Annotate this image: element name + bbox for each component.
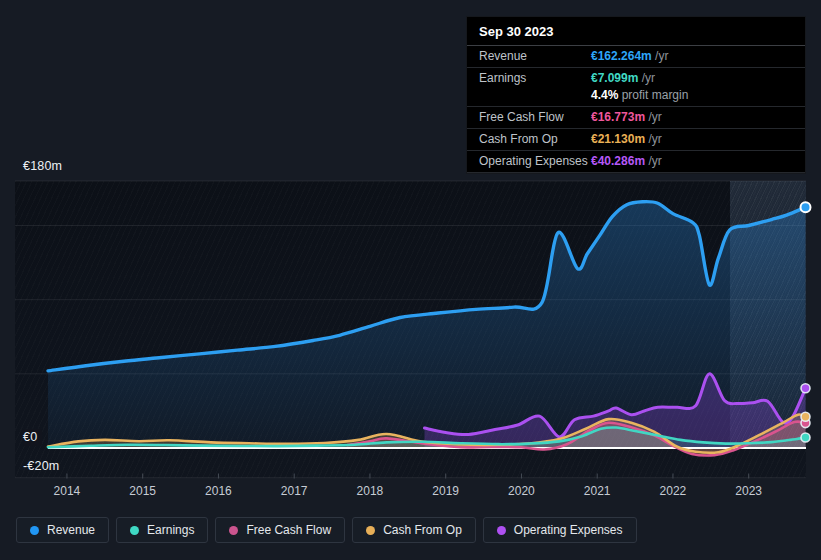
legend-item-cash-from-op[interactable]: Cash From Op (352, 517, 476, 543)
y-axis-label-min: -€20m (23, 459, 59, 473)
x-axis-label-2019: 2019 (424, 484, 468, 498)
y-axis-label-max: €180m (23, 159, 62, 173)
tooltip-row-label: Cash From Op (479, 132, 591, 146)
legend-item-label: Earnings (147, 523, 194, 537)
tooltip-value-suffix: /yr (645, 110, 662, 124)
x-axis-label-2017: 2017 (272, 484, 316, 498)
x-axis-labels: 2014201520162017201820192020202120222023 (0, 484, 821, 500)
tooltip-row-value: €40.286m /yr (591, 154, 793, 168)
tooltip-value-suffix: /yr (645, 154, 662, 168)
tooltip-row-value: €7.099m /yr4.4% profit margin (591, 71, 793, 102)
tooltip-value-suffix: /yr (638, 71, 655, 85)
chart-tooltip: Sep 30 2023 Revenue€162.264m /yrEarnings… (466, 16, 806, 174)
legend-item-free-cash-flow[interactable]: Free Cash Flow (215, 517, 345, 543)
free-cash-flow-series-dot-icon (229, 526, 238, 535)
legend-item-operating-expenses[interactable]: Operating Expenses (483, 517, 637, 543)
y-axis-label-zero: €0 (23, 429, 42, 446)
legend-item-label: Free Cash Flow (246, 523, 331, 537)
tooltip-row-value: €21.130m /yr (591, 132, 793, 146)
legend-item-label: Revenue (47, 523, 95, 537)
x-axis-label-2023: 2023 (727, 484, 771, 498)
tooltip-value-amount: €7.099m (591, 71, 638, 85)
tooltip-value-amount: €40.286m (591, 154, 645, 168)
x-axis-label-2021: 2021 (575, 484, 619, 498)
x-axis-label-2022: 2022 (651, 484, 695, 498)
tooltip-row-revenue: Revenue€162.264m /yr (467, 46, 805, 68)
tooltip-row-free-cash-flow: Free Cash Flow€16.773m /yr (467, 107, 805, 129)
tooltip-date: Sep 30 2023 (467, 17, 805, 46)
tooltip-rows: Revenue€162.264m /yrEarnings€7.099m /yr4… (467, 46, 805, 173)
tooltip-row-operating-expenses: Operating Expenses€40.286m /yr (467, 151, 805, 173)
tooltip-row-earnings: Earnings€7.099m /yr4.4% profit margin (467, 68, 805, 107)
page: { "tooltip": { "date": "Sep 30 2023", "r… (0, 0, 821, 560)
tooltip-row-label: Earnings (479, 71, 591, 102)
tooltip-row-cash-from-op: Cash From Op€21.130m /yr (467, 129, 805, 151)
x-axis-label-2015: 2015 (121, 484, 165, 498)
tooltip-value-amount: €16.773m (591, 110, 645, 124)
x-axis-label-2020: 2020 (499, 484, 543, 498)
legend-item-label: Operating Expenses (514, 523, 623, 537)
tooltip-value-suffix: /yr (652, 49, 669, 63)
operating-expenses-series-dot-icon (497, 526, 506, 535)
legend-item-earnings[interactable]: Earnings (116, 517, 208, 543)
chart-legend: RevenueEarningsFree Cash FlowCash From O… (16, 517, 637, 543)
series-fills (48, 202, 806, 456)
tooltip-row-label: Free Cash Flow (479, 110, 591, 124)
legend-item-revenue[interactable]: Revenue (16, 517, 109, 543)
x-axis-label-2014: 2014 (45, 484, 89, 498)
tooltip-value-suffix: /yr (645, 132, 662, 146)
tooltip-row-label: Revenue (479, 49, 591, 63)
revenue-series-dot-icon (30, 526, 39, 535)
tooltip-value-amount: €21.130m (591, 132, 645, 146)
legend-item-label: Cash From Op (383, 523, 462, 537)
earnings-series-dot-icon (130, 526, 139, 535)
cash-from-op-series-dot-icon (366, 526, 375, 535)
tooltip-row-value: €16.773m /yr (591, 110, 793, 124)
tooltip-row-label: Operating Expenses (479, 154, 591, 168)
x-axis-label-2016: 2016 (196, 484, 240, 498)
x-axis-label-2018: 2018 (348, 484, 392, 498)
tooltip-row-value: €162.264m /yr (591, 49, 793, 63)
tooltip-value-amount: €162.264m (591, 49, 652, 63)
tooltip-profit-margin: 4.4% profit margin (591, 88, 793, 102)
